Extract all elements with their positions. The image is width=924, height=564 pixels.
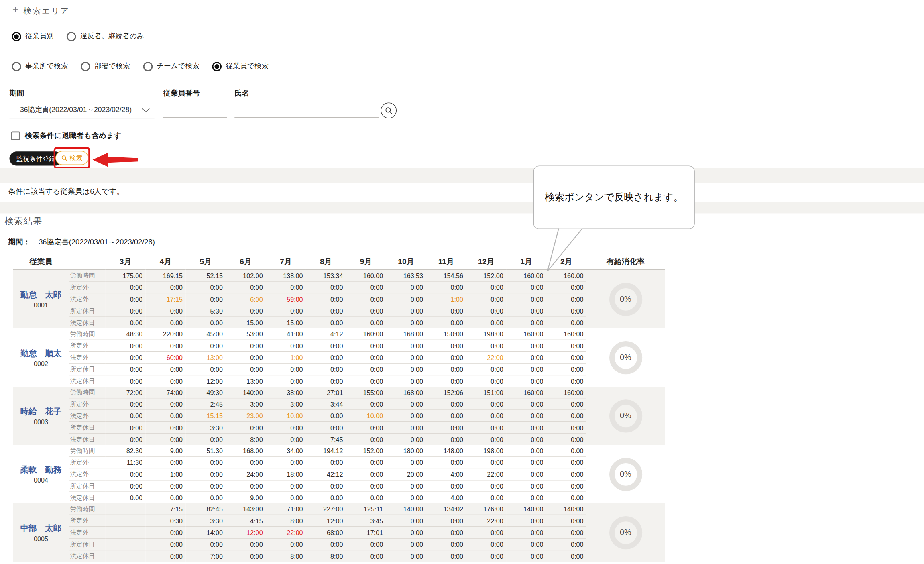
month-value-cell: 68:00 xyxy=(306,527,346,538)
month-value-cell: 0:00 xyxy=(266,456,306,468)
results-table: 従業員3月4月5月6月7月8月9月10月11月12月1月2月有給消化率勤怠 太郎… xyxy=(13,254,665,562)
month-value-cell: 0:00 xyxy=(506,340,546,351)
month-value-cell: 0:00 xyxy=(386,340,426,351)
month-value-cell: 150:00 xyxy=(426,328,466,340)
name-search-button[interactable] xyxy=(381,102,397,118)
paid-leave-gauge-cell: 0% xyxy=(586,503,665,562)
search-button[interactable]: 検索 xyxy=(55,151,88,165)
employee-name[interactable]: 勤怠 太郎 xyxy=(13,290,69,300)
month-value-cell: 0:00 xyxy=(386,352,426,363)
table-row: 法定休日0:007:000:008:008:000:000:000:000:00… xyxy=(13,550,665,562)
radio-search-by-employee[interactable]: 従業員で検索 xyxy=(212,61,269,71)
month-value-cell: 0:00 xyxy=(306,410,346,421)
month-value-cell: 0:00 xyxy=(146,456,186,468)
month-value-cell: 0:00 xyxy=(506,421,546,433)
radio-search-by-office[interactable]: 事業所で検索 xyxy=(12,61,68,71)
month-value-cell: 0:00 xyxy=(266,538,306,550)
month-value-cell: 0:00 xyxy=(426,480,466,492)
month-value-cell: 41:00 xyxy=(266,328,306,340)
month-value-cell: 0:00 xyxy=(466,375,506,387)
month-value-cell: 0:00 xyxy=(346,363,386,375)
month-value-cell: 27:01 xyxy=(306,387,346,398)
month-value-cell: 0:00 xyxy=(346,340,386,351)
month-value-cell: 0:00 xyxy=(266,363,306,375)
radio-violators-only[interactable]: 違反者、継続者のみ xyxy=(67,31,144,41)
month-value-cell: 18:00 xyxy=(266,468,306,480)
month-value-cell: 6:00 xyxy=(226,293,266,305)
checkbox-unchecked-icon[interactable] xyxy=(11,131,20,140)
radio-unselected-icon xyxy=(67,32,76,41)
row-label: 労働時間 xyxy=(69,270,106,281)
scope-radio-group: 事業所で検索 部署で検索 チームで検索 従業員で検索 xyxy=(12,61,281,71)
month-value-cell: 9:00 xyxy=(226,492,266,503)
month-value-cell: 0:00 xyxy=(346,468,386,480)
month-value-cell: 42:12 xyxy=(306,468,346,480)
month-value-cell: 11:30 xyxy=(106,456,146,468)
search-icon xyxy=(385,106,393,115)
month-value-cell: 140:00 xyxy=(506,503,546,515)
month-value-cell: 0:00 xyxy=(185,281,226,293)
month-value-cell: 0:00 xyxy=(185,317,226,328)
month-value-cell: 140:00 xyxy=(226,387,266,398)
month-value-cell: 0:00 xyxy=(506,515,546,526)
month-value-cell: 0:00 xyxy=(306,281,346,293)
divider-band xyxy=(0,168,924,183)
month-value-cell: 0:00 xyxy=(546,421,586,433)
month-value-cell: 0:00 xyxy=(306,317,346,328)
plus-icon[interactable]: ＋ xyxy=(10,4,20,16)
paid-leave-gauge-cell: 0% xyxy=(586,445,665,503)
month-value-cell: 0:00 xyxy=(146,421,186,433)
row-label: 法定休日 xyxy=(69,317,106,328)
paid-leave-value: 0% xyxy=(620,353,631,362)
employee-name[interactable]: 柔軟 勤務 xyxy=(13,465,69,475)
name-label: 氏名 xyxy=(234,88,249,98)
month-value-cell: 155:00 xyxy=(346,387,386,398)
month-value-cell: 0:00 xyxy=(106,293,146,305)
employee-name[interactable]: 時給 花子 xyxy=(13,406,69,417)
month-value-cell: 0:00 xyxy=(106,410,146,421)
month-value-cell: 0:00 xyxy=(546,293,586,305)
month-value-cell: 1:00 xyxy=(146,468,186,480)
paid-leave-value: 0% xyxy=(620,528,631,537)
employee-no-input[interactable] xyxy=(163,102,227,118)
radio-search-by-team[interactable]: チームで検索 xyxy=(143,61,199,71)
name-input[interactable] xyxy=(234,102,379,118)
employee-name-cell: 時給 花子0003 xyxy=(13,387,69,445)
month-value-cell: 0:00 xyxy=(306,305,346,317)
month-value-cell: 0:00 xyxy=(546,515,586,526)
employee-name[interactable]: 中部 太郎 xyxy=(13,523,69,533)
include-retired-checkbox-row[interactable]: 検索条件に退職者も含めます xyxy=(11,131,121,141)
employee-no-label: 従業員番号 xyxy=(163,88,200,98)
month-value-cell: 0:00 xyxy=(306,480,346,492)
month-value-cell: 0:00 xyxy=(426,456,466,468)
month-value-cell: 0:00 xyxy=(146,538,186,550)
table-row: 法定外0:000:0015:1523:0010:000:0010:000:000… xyxy=(13,410,665,421)
employee-name-cell: 中部 太郎0005 xyxy=(13,503,69,562)
table-row: 法定外0:001:000:0024:0018:0042:120:0020:004… xyxy=(13,468,665,480)
month-value-cell: 0:00 xyxy=(466,398,506,410)
row-label: 労働時間 xyxy=(69,503,106,515)
radio-search-by-department[interactable]: 部署で検索 xyxy=(81,61,130,71)
month-value-cell: 2:45 xyxy=(185,398,226,410)
employee-name[interactable]: 勤怠 順太 xyxy=(13,348,69,358)
month-value-cell: 160:00 xyxy=(506,387,546,398)
month-value-cell: 0:00 xyxy=(346,293,386,305)
month-value-cell: 0:00 xyxy=(106,305,146,317)
month-value-cell: 23:00 xyxy=(226,410,266,421)
month-value-cell: 153:34 xyxy=(306,270,346,281)
month-value-cell: 0:00 xyxy=(226,456,266,468)
period-select[interactable]: 36協定書(2022/03/01～2023/02/28) xyxy=(9,102,154,119)
month-value-cell: 0:00 xyxy=(106,340,146,351)
month-value-cell: 0:00 xyxy=(306,538,346,550)
employee-block: 勤怠 太郎0001労働時間175:00169:1552:15102:00138:… xyxy=(13,270,665,328)
month-value-cell: 134:02 xyxy=(426,503,466,515)
month-value-cell: 0:00 xyxy=(106,492,146,503)
employee-id: 0003 xyxy=(13,418,69,426)
employee-name-cell: 柔軟 勤務0004 xyxy=(13,445,69,503)
month-value-cell: 0:00 xyxy=(106,375,146,387)
month-value-cell: 0:00 xyxy=(306,363,346,375)
month-value-cell: 0:00 xyxy=(426,550,466,562)
month-value-cell: 0:00 xyxy=(386,480,426,492)
radio-employee-view[interactable]: 従業員別 xyxy=(12,31,53,41)
month-value-cell: 13:00 xyxy=(226,375,266,387)
